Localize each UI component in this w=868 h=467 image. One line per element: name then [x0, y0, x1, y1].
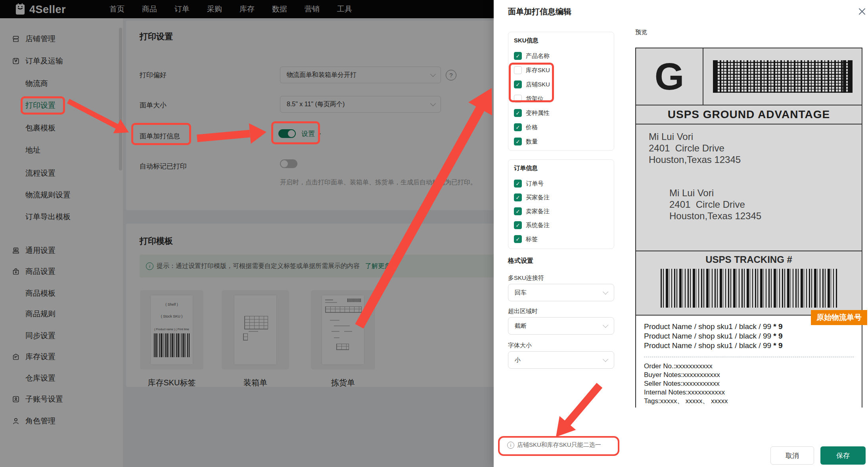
checkbox-shelf-location[interactable]: 货架位: [514, 94, 544, 103]
checkbox-icon: [514, 180, 522, 188]
checkbox-seller-notes[interactable]: 卖家备注: [514, 207, 550, 216]
checkbox-icon: [514, 123, 522, 131]
order-info-section: 订单信息 订单号 买家备注 卖家备注 系统备注 标签: [508, 159, 614, 249]
checkbox-icon: [514, 95, 522, 103]
original-tracking-tag: 原始物流单号: [811, 310, 867, 325]
checkbox-variant-attrs[interactable]: 变种属性: [514, 108, 550, 118]
checkbox-icon: [514, 109, 522, 117]
checkbox-icon: [514, 80, 522, 88]
label-product-section: Product Name / shop sku1 / black / 99 * …: [636, 315, 862, 412]
checkbox-icon: [514, 221, 522, 229]
checkbox-icon: [514, 66, 522, 74]
seller-notes-line: Seller Notes:xxxxxxxxxxx: [644, 379, 854, 388]
sku-exclusive-warning: i 店铺SKU和库存SKU只能二选一: [507, 441, 601, 449]
checkbox-buyer-notes[interactable]: 买家备注: [514, 193, 550, 202]
checkbox-shop-sku[interactable]: 店铺SKU: [514, 80, 550, 89]
label-addresses: Mi Lui Vori 2401 Circle Drive Houston,Te…: [636, 124, 862, 251]
service-letter: G: [636, 48, 703, 105]
info-icon: i: [507, 442, 514, 449]
dashed-divider: [644, 357, 854, 357]
font-size-select[interactable]: 小: [508, 351, 614, 369]
service-name-banner: USPS GROUND ADVANTAGE: [636, 105, 862, 124]
close-icon[interactable]: [857, 6, 867, 17]
2d-barcode: [713, 60, 853, 93]
format-section-title: 格式设置: [508, 257, 533, 265]
cancel-button[interactable]: 取消: [770, 446, 814, 465]
checkbox-icon: [514, 193, 522, 201]
product-line: Product Name / shop sku1 / black / 99 * …: [644, 331, 854, 341]
ship-from-address: Mi Lui Vori 2401 Circle Drive Houston,Te…: [649, 131, 741, 165]
checkbox-system-notes[interactable]: 系统备注: [514, 220, 550, 230]
checkbox-tags[interactable]: 标签: [514, 234, 538, 244]
checkbox-icon: [514, 52, 522, 60]
chevron-down-icon: [603, 289, 608, 295]
checkbox-quantity[interactable]: 数量: [514, 137, 538, 146]
preview-title: 预览: [635, 29, 647, 36]
chevron-down-icon: [603, 322, 608, 328]
shipping-label-preview: G USPS GROUND ADVANTAGE Mi Lui Vori 2401…: [635, 48, 862, 408]
product-line: Product Name / shop sku1 / black / 99 * …: [644, 341, 854, 350]
sku-section-title: SKU信息: [514, 37, 538, 44]
chevron-down-icon: [603, 356, 608, 362]
checkbox-icon: [514, 235, 522, 243]
save-button[interactable]: 保存: [820, 446, 866, 465]
checkbox-price[interactable]: 价格: [514, 122, 538, 132]
drawer-title: 面单加打信息编辑: [508, 6, 571, 17]
buyer-notes-line: Buyer Notes:xxxxxxxxxxx: [644, 371, 854, 379]
tracking-title: USPS TRACKING #: [636, 254, 862, 265]
label-extra-info-drawer: 面单加打信息编辑 SKU信息 产品名称 库存SKU 店铺SKU 货架位 变种属性…: [494, 0, 868, 467]
order-section-title: 订单信息: [514, 165, 538, 172]
ship-to-address: Mi Lui Vori 2401 Circle Drive Houston,Te…: [669, 187, 761, 222]
tags-line: Tags:xxxxx、 xxxxx、 xxxxx: [644, 397, 854, 406]
tracking-barcode: [661, 269, 838, 308]
checkbox-icon: [514, 207, 522, 215]
sku-info-section: SKU信息 产品名称 库存SKU 店铺SKU 货架位 变种属性 价格 数量: [508, 32, 614, 151]
order-no-line: Order No.:xxxxxxxxxxx: [644, 362, 854, 371]
label-header: G: [636, 48, 862, 105]
multi-sku-connector-label: 多SKU连接符: [508, 274, 544, 282]
checkbox-stock-sku[interactable]: 库存SKU: [514, 65, 550, 75]
font-size-label: 字体大小: [508, 342, 532, 349]
tracking-section: USPS TRACKING #: [636, 251, 862, 315]
checkbox-product-name[interactable]: 产品名称: [514, 51, 550, 61]
internal-notes-line: Internal Notes:xxxxxxxxxxx: [644, 388, 854, 397]
overflow-behavior-label: 超出区域时: [508, 308, 538, 315]
multi-sku-connector-select[interactable]: 回车: [508, 284, 614, 301]
checkbox-order-no[interactable]: 订单号: [514, 179, 544, 188]
overflow-behavior-select[interactable]: 截断: [508, 317, 614, 335]
drawer-mask[interactable]: [0, 0, 494, 467]
checkbox-icon: [514, 138, 522, 145]
